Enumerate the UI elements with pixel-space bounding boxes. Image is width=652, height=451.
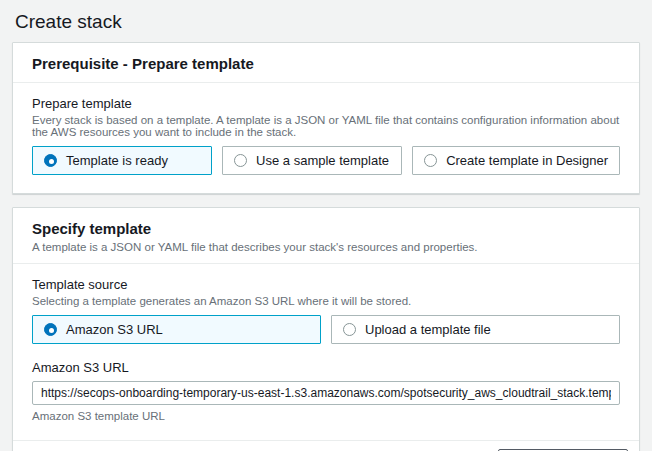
create-stack-page: Create stack Prerequisite - Prepare temp… xyxy=(0,0,652,451)
radio-option-amazon-s3-url[interactable]: Amazon S3 URL xyxy=(32,315,321,344)
template-source-options: Amazon S3 URL Upload a template file xyxy=(32,315,620,344)
radio-option-label: Template is ready xyxy=(66,153,168,168)
radio-option-label: Upload a template file xyxy=(365,322,491,337)
prerequisite-card-content: Prepare template Every stack is based on… xyxy=(13,83,639,193)
radio-option-create-template-in-designer[interactable]: Create template in Designer xyxy=(412,146,620,175)
radio-icon xyxy=(343,323,356,336)
radio-icon xyxy=(44,154,57,167)
template-source-label: Template source xyxy=(32,277,620,292)
prepare-template-options: Template is ready Use a sample template … xyxy=(32,146,620,175)
radio-option-upload-template-file[interactable]: Upload a template file xyxy=(331,315,620,344)
prerequisite-card-title: Prerequisite - Prepare template xyxy=(32,55,620,72)
radio-option-use-sample-template[interactable]: Use a sample template xyxy=(222,146,402,175)
radio-option-label: Create template in Designer xyxy=(446,153,608,168)
radio-option-label: Use a sample template xyxy=(256,153,389,168)
specify-template-card-title: Specify template xyxy=(32,220,620,237)
specify-template-card-description: A template is a JSON or YAML file that d… xyxy=(32,241,620,253)
radio-option-label: Amazon S3 URL xyxy=(66,322,163,337)
page-title: Create stack xyxy=(0,0,652,33)
specify-template-card-content: Template source Selecting a template gen… xyxy=(13,264,639,440)
specify-template-card-footer: S3 URL:https://secops-onboarding-tempora… xyxy=(13,440,639,451)
radio-icon xyxy=(44,323,57,336)
prerequisite-card-header: Prerequisite - Prepare template xyxy=(13,43,639,83)
radio-option-template-is-ready[interactable]: Template is ready xyxy=(32,146,212,175)
amazon-s3-url-input[interactable] xyxy=(32,381,620,405)
prerequisite-card: Prerequisite - Prepare template Prepare … xyxy=(12,42,640,194)
prepare-template-label: Prepare template xyxy=(32,96,620,111)
specify-template-card-header: Specify template A template is a JSON or… xyxy=(13,208,639,264)
template-source-description: Selecting a template generates an Amazon… xyxy=(32,295,620,307)
amazon-s3-url-helper-text: Amazon S3 template URL xyxy=(32,410,620,422)
amazon-s3-url-label: Amazon S3 URL xyxy=(32,360,620,375)
specify-template-card: Specify template A template is a JSON or… xyxy=(12,207,640,451)
radio-icon xyxy=(234,154,247,167)
radio-icon xyxy=(424,154,437,167)
prepare-template-description: Every stack is based on a template. A te… xyxy=(32,114,620,138)
